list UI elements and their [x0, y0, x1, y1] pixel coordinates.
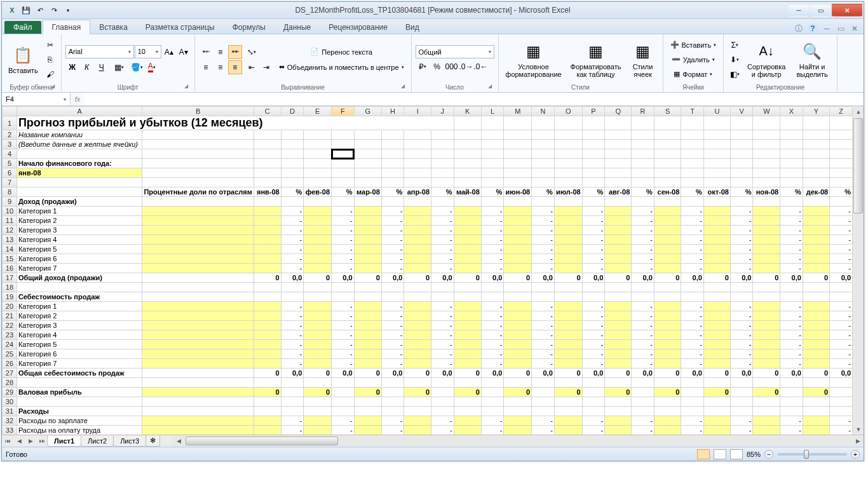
cell-D17[interactable]: 0,0 [281, 273, 304, 283]
cell-S2[interactable] [654, 130, 681, 140]
tab-insert[interactable]: Вставка [90, 20, 137, 34]
cell-R9[interactable] [632, 197, 654, 207]
cell-U4[interactable] [703, 149, 730, 159]
cell-C4[interactable] [254, 149, 281, 159]
cell-J29[interactable] [431, 388, 454, 397]
underline-button[interactable]: Ч [95, 60, 109, 74]
cell-P9[interactable] [582, 197, 605, 207]
cell-V31[interactable] [730, 407, 753, 416]
cell-I25[interactable] [404, 349, 431, 359]
cell-J24[interactable]: - [431, 340, 454, 349]
cell-Z12[interactable]: - [830, 226, 853, 235]
cell-X21[interactable]: - [780, 311, 803, 321]
cell-H13[interactable]: - [381, 235, 404, 245]
cell-D33[interactable]: - [281, 426, 304, 435]
cell-I32[interactable] [404, 416, 431, 426]
cell-E14[interactable] [304, 245, 332, 254]
cell-C29[interactable]: 0 [254, 388, 281, 397]
cell-M30[interactable] [504, 397, 532, 407]
cell-L1[interactable] [481, 116, 504, 130]
cell-G14[interactable] [354, 245, 381, 254]
cell-Z24[interactable]: - [830, 340, 853, 349]
cell-styles-button[interactable]: ▦Стили ячеек [627, 40, 659, 79]
cell-H11[interactable]: - [381, 216, 404, 226]
col-header-F[interactable]: F [332, 107, 355, 116]
row-header-33[interactable]: 33 [3, 426, 17, 435]
cell-G3[interactable] [354, 140, 381, 149]
cell-P6[interactable] [582, 168, 605, 178]
cell-D25[interactable]: - [281, 349, 304, 359]
window-minimize-icon[interactable]: ─ [822, 24, 832, 34]
grow-font-icon[interactable]: A▴ [162, 45, 176, 59]
cell-W26[interactable] [753, 359, 780, 369]
cell-K17[interactable]: 0 [454, 273, 481, 283]
cell-P29[interactable] [582, 388, 605, 397]
cell-M24[interactable] [504, 340, 532, 349]
cell-T4[interactable] [681, 149, 704, 159]
cell-A25[interactable]: Категория 6 [17, 349, 142, 359]
cell-V10[interactable]: - [730, 207, 753, 216]
cell-B5[interactable] [142, 159, 254, 168]
col-header-Z[interactable]: Z [830, 107, 853, 116]
cell-K14[interactable] [454, 245, 481, 254]
copy-icon[interactable]: ⎘ [43, 53, 57, 67]
font-name-combo[interactable]: Arial▾ [65, 45, 134, 58]
cell-G20[interactable] [354, 302, 381, 311]
cell-H18[interactable] [381, 283, 404, 292]
cell-R8[interactable]: % [632, 187, 654, 197]
cell-J19[interactable] [431, 292, 454, 302]
cell-I2[interactable] [404, 130, 431, 140]
cell-V15[interactable]: - [730, 254, 753, 264]
cell-A27[interactable]: Общая себестоимость продаж [17, 369, 142, 378]
cell-Z21[interactable]: - [830, 311, 853, 321]
cell-G8[interactable]: мар-08 [354, 187, 381, 197]
cell-S10[interactable] [654, 207, 681, 216]
cell-K24[interactable] [454, 340, 481, 349]
cell-A32[interactable]: Расходы по зарплате [17, 416, 142, 426]
maximize-button[interactable]: ▭ [810, 4, 831, 17]
cell-M26[interactable] [504, 359, 532, 369]
cell-B21[interactable] [142, 311, 254, 321]
cell-T27[interactable]: 0,0 [681, 369, 704, 378]
cell-R22[interactable]: - [632, 321, 654, 330]
cell-D24[interactable]: - [281, 340, 304, 349]
cell-N1[interactable] [532, 116, 555, 130]
cell-V32[interactable]: - [730, 416, 753, 426]
cell-C13[interactable] [254, 235, 281, 245]
cell-F20[interactable]: - [332, 302, 355, 311]
cell-D21[interactable]: - [281, 311, 304, 321]
cell-D2[interactable] [281, 130, 304, 140]
row-header-5[interactable]: 5 [3, 159, 17, 168]
cell-P12[interactable]: - [582, 226, 605, 235]
cell-Y28[interactable] [803, 378, 829, 388]
zoom-in-button[interactable]: + [851, 450, 860, 459]
cell-B11[interactable] [142, 216, 254, 226]
cell-E7[interactable] [304, 178, 332, 187]
cell-I9[interactable] [404, 197, 431, 207]
cell-Y2[interactable] [803, 130, 829, 140]
cell-I7[interactable] [404, 178, 431, 187]
cell-Q22[interactable] [605, 321, 632, 330]
cell-S22[interactable] [654, 321, 681, 330]
row-header-16[interactable]: 16 [3, 264, 17, 273]
row-header-13[interactable]: 13 [3, 235, 17, 245]
cell-N4[interactable] [532, 149, 555, 159]
cell-N9[interactable] [532, 197, 555, 207]
cell-K11[interactable] [454, 216, 481, 226]
cell-F6[interactable] [332, 168, 355, 178]
cell-E25[interactable] [304, 349, 332, 359]
cell-I30[interactable] [404, 397, 431, 407]
cell-E12[interactable] [304, 226, 332, 235]
cell-L8[interactable]: % [481, 187, 504, 197]
cell-B18[interactable] [142, 283, 254, 292]
cell-Y12[interactable] [803, 226, 829, 235]
cell-H2[interactable] [381, 130, 404, 140]
sheet-nav-next-icon[interactable]: ▶ [25, 436, 36, 447]
cell-G2[interactable] [354, 130, 381, 140]
cell-R7[interactable] [632, 178, 654, 187]
format-cells-button[interactable]: ▦Формат▾ [667, 67, 720, 81]
cell-I12[interactable] [404, 226, 431, 235]
cell-C24[interactable] [254, 340, 281, 349]
cell-S29[interactable]: 0 [654, 388, 681, 397]
cell-J6[interactable] [431, 168, 454, 178]
